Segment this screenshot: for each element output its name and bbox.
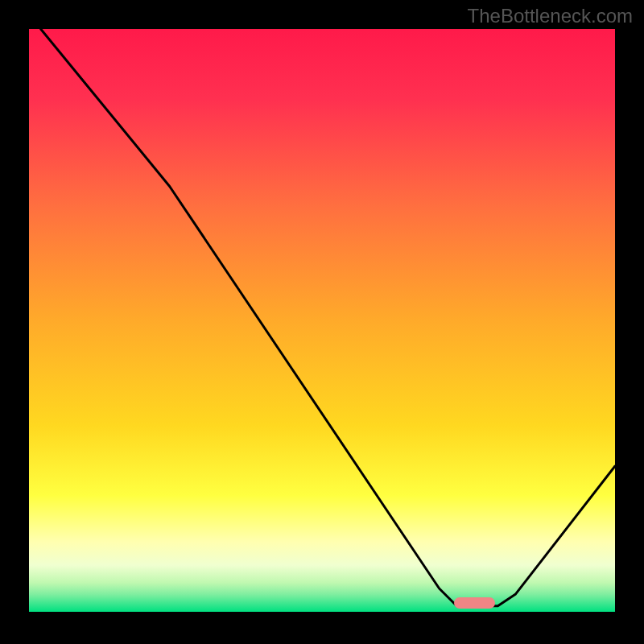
bottleneck-curve [29, 29, 615, 612]
watermark-text: TheBottleneck.com [468, 5, 633, 27]
chart-area [29, 29, 615, 612]
optimal-marker [454, 597, 495, 609]
